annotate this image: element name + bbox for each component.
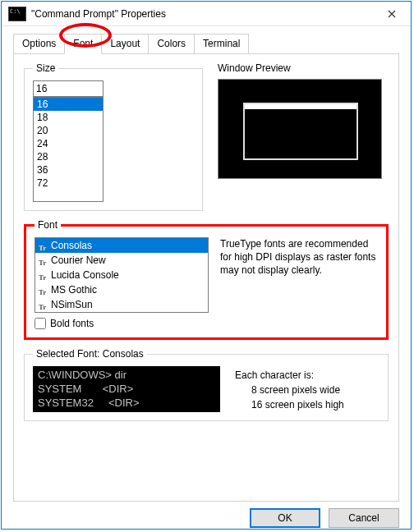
size-item[interactable]: 28 [34,150,103,163]
font-item[interactable]: TrLucida Console [35,268,208,282]
close-button[interactable] [373,2,411,26]
font-group: Font TrConsolas TrCourier New TrLucida C… [24,219,389,340]
titlebar: "Command Prompt" Properties [2,2,411,26]
sample-info-head: Each character is: [235,369,314,381]
font-item[interactable]: TrMS Gothic [35,282,208,297]
size-label: Size [33,62,58,74]
size-listbox[interactable]: 16 18 20 24 28 36 72 [33,97,104,202]
truetype-icon: Tr [39,256,48,264]
cmd-icon [8,7,26,21]
sample-info-height: 16 screen pixels high [235,397,344,412]
font-listbox[interactable]: TrConsolas TrCourier New TrLucida Consol… [34,237,209,313]
preview-label: Window Preview [218,62,389,74]
button-bar: OK Cancel [2,502,411,532]
tab-panel-font: Size 16 18 20 24 28 36 72 Window Preview [13,53,399,502]
bold-fonts-row[interactable]: Bold fonts [34,318,378,329]
size-item[interactable]: 72 [34,177,103,190]
tab-layout[interactable]: Layout [101,34,149,54]
tab-colors[interactable]: Colors [148,34,195,54]
tab-options[interactable]: Options [13,34,65,54]
preview-window-icon [243,103,358,160]
size-group: Size 16 18 20 24 28 36 72 [24,62,203,211]
sample-legend: Selected Font: Consolas [33,348,147,360]
window-title: "Command Prompt" Properties [31,8,373,20]
cancel-button[interactable]: Cancel [329,508,399,528]
properties-window: "Command Prompt" Properties Options Font… [1,1,412,530]
sample-info-width: 8 screen pixels wide [235,383,344,397]
size-item[interactable]: 20 [34,124,103,137]
size-item[interactable]: 16 [34,98,103,111]
font-item[interactable]: TrNSimSun [35,297,208,312]
size-item[interactable]: 24 [34,137,103,150]
font-item[interactable]: TrCourier New [35,253,208,268]
dialog-body: Options Font Layout Colors Terminal Size… [2,26,411,502]
close-icon [388,10,396,18]
font-sample: C:\WINDOWS> dir SYSTEM <DIR> SYSTEM32 <D… [33,366,220,412]
tab-terminal[interactable]: Terminal [194,34,249,54]
sample-info: Each character is: 8 screen pixels wide … [235,368,344,412]
font-item[interactable]: TrConsolas [35,238,208,253]
truetype-icon: Tr [39,241,48,250]
size-input[interactable] [33,80,104,97]
tab-font[interactable]: Font [64,34,102,54]
bold-fonts-checkbox[interactable] [34,318,46,329]
bold-fonts-label: Bold fonts [50,318,94,329]
truetype-icon: Tr [39,271,48,279]
size-item[interactable]: 18 [34,111,103,124]
sample-group: Selected Font: Consolas C:\WINDOWS> dir … [24,348,389,421]
tab-strip: Options Font Layout Colors Terminal [13,33,399,53]
truetype-icon: Tr [39,286,48,294]
size-item[interactable]: 36 [34,163,103,177]
ok-button[interactable]: OK [250,508,320,528]
font-label: Font [34,219,61,231]
window-preview [218,79,382,179]
preview-group: Window Preview [218,62,389,219]
font-advice-text: TrueType fonts are recommended for high … [220,237,378,313]
truetype-icon: Tr [39,300,48,309]
